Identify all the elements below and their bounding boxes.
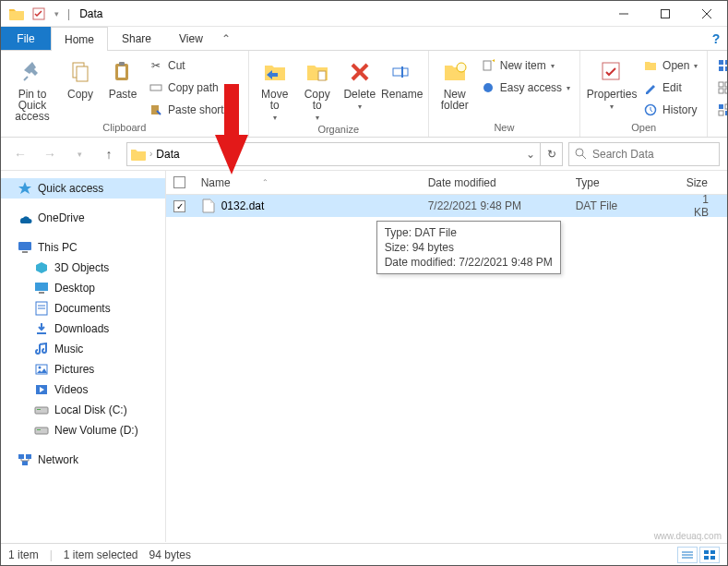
- svg-rect-32: [719, 104, 723, 109]
- copy-button[interactable]: Copy: [60, 54, 101, 100]
- svg-rect-40: [35, 283, 48, 291]
- new-item-button[interactable]: ✦New item ▾: [477, 55, 574, 76]
- pin-to-quick-access-button[interactable]: Pin to Quick access: [6, 54, 58, 122]
- move-to-button[interactable]: Move to▾: [255, 54, 295, 124]
- copy-path-button[interactable]: Copy path: [145, 78, 243, 98]
- help-icon[interactable]: ?: [705, 27, 727, 50]
- nav-item-pictures[interactable]: Pictures: [1, 359, 165, 379]
- history-button[interactable]: History: [639, 100, 701, 120]
- properties-button[interactable]: Properties▾: [586, 54, 638, 113]
- file-tooltip: Type: DAT File Size: 94 bytes Date modif…: [376, 221, 561, 274]
- copy-to-button[interactable]: Copy to▾: [297, 54, 338, 124]
- address-history-dropdown[interactable]: ⌄: [521, 143, 540, 165]
- nav-item-new-volume-d-[interactable]: New Volume (D:): [1, 420, 165, 440]
- maximize-button[interactable]: [644, 1, 686, 27]
- nav-item-icon: [34, 403, 49, 417]
- svg-point-36: [576, 149, 583, 156]
- group-new: New folder ✦New item ▾ Easy access ▾ New: [429, 51, 580, 137]
- nav-item-videos[interactable]: Videos: [1, 379, 165, 400]
- edit-button[interactable]: Edit: [639, 78, 701, 98]
- nav-this-pc[interactable]: This PC: [1, 237, 165, 258]
- tab-share[interactable]: Share: [108, 27, 165, 50]
- address-folder-icon: [131, 148, 146, 161]
- svg-rect-45: [37, 332, 46, 334]
- select-none-icon: [717, 80, 728, 95]
- recent-locations-button[interactable]: ▾: [67, 142, 91, 166]
- forward-button[interactable]: →: [38, 142, 62, 166]
- column-type[interactable]: Type: [568, 171, 679, 194]
- minimize-button[interactable]: [603, 1, 644, 27]
- nav-onedrive[interactable]: OneDrive: [1, 208, 165, 228]
- column-date[interactable]: Date modified: [421, 171, 568, 194]
- refresh-button[interactable]: ↻: [540, 143, 562, 165]
- svg-text:✦: ✦: [491, 59, 495, 67]
- qat-properties-icon[interactable]: [29, 4, 49, 24]
- nav-quick-access[interactable]: Quick access: [1, 178, 165, 199]
- chevron-right-icon[interactable]: ›: [149, 149, 152, 159]
- tab-file[interactable]: File: [1, 27, 51, 50]
- invert-selection-button[interactable]: Invert selection: [713, 100, 728, 120]
- nav-item-icon: [34, 321, 49, 336]
- rename-button[interactable]: Rename: [382, 54, 423, 100]
- search-box[interactable]: [568, 142, 720, 166]
- select-all-button[interactable]: Select all: [713, 55, 728, 76]
- svg-point-21: [483, 83, 493, 92]
- nav-item-3d-objects[interactable]: 3D Objects: [1, 258, 165, 278]
- svg-rect-11: [150, 85, 161, 90]
- view-details-button[interactable]: [677, 547, 698, 563]
- paste-button[interactable]: Paste: [102, 54, 143, 100]
- paste-label: Paste: [109, 89, 137, 100]
- svg-rect-7: [77, 66, 88, 81]
- new-folder-button[interactable]: New folder: [435, 54, 475, 111]
- svg-point-47: [39, 367, 42, 369]
- nav-item-local-disk-c-[interactable]: Local Disk (C:): [1, 400, 165, 420]
- nav-item-downloads[interactable]: Downloads: [1, 319, 165, 339]
- up-button[interactable]: ↑: [97, 142, 121, 166]
- paste-shortcut-button[interactable]: Paste shortcut: [145, 100, 243, 120]
- group-open: Properties▾ Open ▾ Edit History Open: [580, 51, 708, 137]
- delete-button[interactable]: Delete▾: [340, 54, 380, 113]
- qat-dropdown-icon[interactable]: ▾: [51, 4, 62, 24]
- easy-access-button[interactable]: Easy access ▾: [477, 78, 574, 98]
- move-to-icon: [260, 57, 290, 87]
- svg-point-18: [457, 63, 466, 72]
- column-size[interactable]: Size: [679, 171, 727, 194]
- file-row[interactable]: ✓0132.dat7/22/2021 9:48 PMDAT File1 KB: [166, 195, 727, 217]
- collapse-ribbon-icon[interactable]: ⌃: [217, 27, 235, 50]
- group-organize: Move to▾ Copy to▾ Delete▾ Rename Organiz…: [249, 51, 429, 137]
- breadcrumb[interactable]: Data: [156, 148, 179, 161]
- nav-item-icon: [34, 423, 49, 438]
- open-button[interactable]: Open ▾: [639, 55, 701, 76]
- this-pc-icon: [18, 240, 32, 255]
- select-all-icon: [717, 58, 728, 73]
- nav-item-music[interactable]: Music: [1, 339, 165, 359]
- back-button[interactable]: ←: [8, 142, 32, 166]
- svg-rect-34: [719, 111, 723, 115]
- column-name[interactable]: Name ⌃: [194, 171, 421, 194]
- select-none-button[interactable]: Select none: [713, 78, 728, 98]
- ribbon: Pin to Quick access Copy Paste ✂Cut Copy…: [1, 51, 727, 138]
- nav-item-icon: [34, 342, 49, 356]
- cut-button[interactable]: ✂Cut: [145, 55, 243, 76]
- search-input[interactable]: [592, 148, 728, 161]
- nav-item-documents[interactable]: Documents: [1, 298, 165, 319]
- nav-network[interactable]: Network: [1, 450, 165, 470]
- main-area: Quick access OneDrive This PC 3D Objects…: [1, 171, 727, 542]
- tooltip-size: Size: 94 bytes: [385, 240, 553, 255]
- view-thumbnails-button[interactable]: [699, 547, 720, 563]
- address-bar[interactable]: › Data ⌄ ↻: [126, 142, 563, 166]
- nav-item-icon: [34, 260, 49, 275]
- sort-caret-icon: ⌃: [262, 178, 269, 187]
- file-date: 7/22/2021 9:48 PM: [421, 199, 568, 212]
- row-checkbox[interactable]: ✓: [173, 200, 185, 212]
- column-checkbox[interactable]: [166, 171, 194, 194]
- nav-item-icon: [34, 382, 49, 397]
- svg-rect-62: [710, 556, 715, 560]
- svg-rect-52: [37, 429, 41, 430]
- close-button[interactable]: [686, 1, 727, 27]
- group-clipboard: Pin to Quick access Copy Paste ✂Cut Copy…: [1, 51, 249, 137]
- tab-home[interactable]: Home: [51, 27, 108, 51]
- svg-rect-59: [704, 550, 709, 554]
- tab-view[interactable]: View: [165, 27, 217, 50]
- nav-item-desktop[interactable]: Desktop: [1, 278, 165, 298]
